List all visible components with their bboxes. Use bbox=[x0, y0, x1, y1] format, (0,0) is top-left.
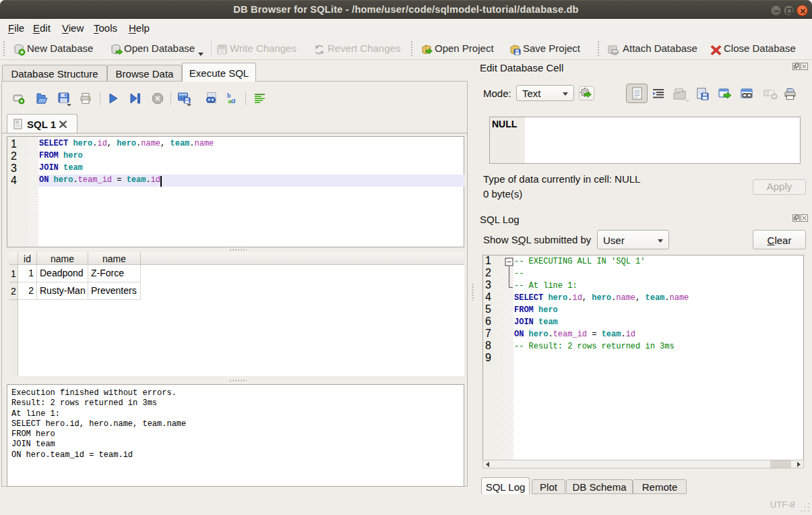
svg-text:a: a bbox=[231, 95, 236, 105]
